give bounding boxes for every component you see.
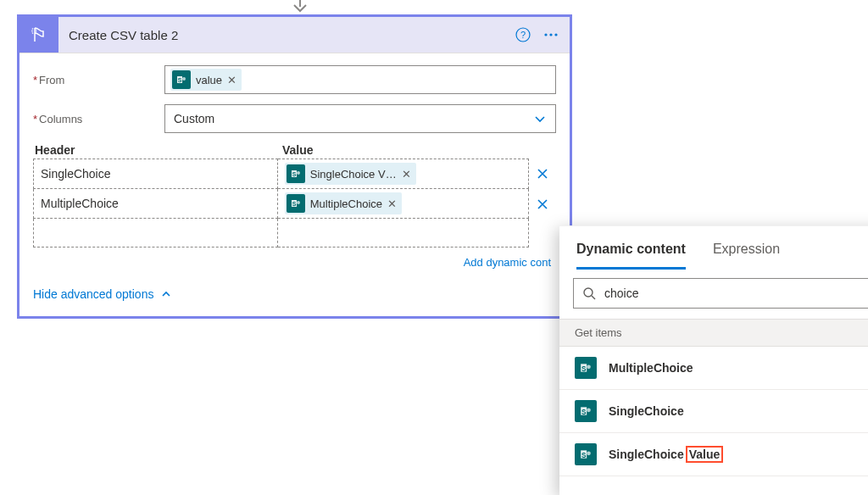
columns-value: Custom	[174, 112, 214, 125]
header-cell[interactable]	[33, 219, 278, 248]
svg-point-25	[587, 452, 591, 456]
svg-point-22	[587, 409, 591, 413]
svg-line-16	[592, 296, 595, 299]
hide-advanced-toggle[interactable]: Hide advanced options	[33, 287, 172, 301]
sharepoint-icon: S	[575, 357, 597, 379]
svg-text:S: S	[581, 452, 587, 459]
dc-item[interactable]: S SingleChoice	[559, 390, 868, 433]
columns-select[interactable]: Custom	[164, 104, 556, 133]
from-input[interactable]: S value ✕	[164, 65, 556, 94]
dc-item-label: MultipleChoice	[609, 361, 693, 375]
svg-point-5	[554, 33, 557, 36]
more-menu-icon[interactable]	[542, 27, 559, 42]
value-token[interactable]: S SingleChoice V… ✕	[285, 163, 416, 185]
tab-dynamic-content[interactable]: Dynamic content	[576, 242, 686, 270]
dc-item-label: SingleChoiceValue	[609, 448, 723, 461]
svg-text:{ }: { }	[31, 27, 37, 34]
sharepoint-icon: S	[172, 70, 191, 89]
columns-label: *Columns	[33, 113, 164, 125]
svg-point-8	[182, 77, 186, 81]
value-cell[interactable]	[278, 219, 530, 248]
dc-item[interactable]: S SingleChoiceValue	[559, 433, 868, 476]
svg-point-15	[584, 288, 593, 297]
svg-point-4	[549, 33, 552, 36]
sharepoint-icon: S	[287, 164, 305, 183]
chevron-up-icon	[160, 288, 172, 300]
delete-row-button	[529, 219, 556, 248]
table-row	[33, 219, 556, 248]
action-card: { } Create CSV table 2 ? *From S value ✕	[17, 14, 572, 319]
dc-search-box[interactable]	[573, 278, 868, 309]
dc-item[interactable]: S MultipleChoice	[559, 347, 868, 390]
token-label: MultipleChoice	[310, 197, 382, 210]
dc-search-input[interactable]	[604, 286, 868, 300]
token-remove-icon[interactable]: ✕	[387, 197, 397, 210]
svg-text:S: S	[292, 201, 296, 207]
dc-tabs: Dynamic content Expression	[559, 226, 868, 270]
value-cell[interactable]: S MultipleChoice ✕	[278, 189, 530, 219]
dynamic-content-panel: Dynamic content Expression Get items S M…	[559, 225, 868, 495]
table-row: MultipleChoice S MultipleChoice ✕	[33, 189, 556, 219]
svg-point-3	[544, 33, 547, 36]
dc-section-header: Get items	[559, 319, 868, 347]
svg-text:?: ?	[520, 30, 526, 40]
token-label: value	[196, 74, 222, 86]
flow-arrow-icon	[291, 0, 309, 14]
columns-row: *Columns Custom	[33, 104, 556, 133]
token-remove-icon[interactable]: ✕	[227, 74, 236, 86]
sharepoint-icon: S	[575, 400, 597, 422]
grid-header-value: Value	[279, 143, 556, 157]
card-title: Create CSV table 2	[58, 28, 515, 42]
svg-point-11	[297, 171, 300, 175]
svg-text:S: S	[581, 409, 587, 416]
svg-point-19	[587, 365, 591, 370]
svg-text:S: S	[581, 365, 587, 373]
token-label: SingleChoice V…	[310, 168, 397, 181]
tab-expression[interactable]: Expression	[713, 242, 780, 270]
token-remove-icon[interactable]: ✕	[402, 168, 411, 181]
from-token[interactable]: S value ✕	[170, 69, 242, 91]
value-cell[interactable]: S SingleChoice V… ✕	[278, 159, 530, 189]
delete-row-button[interactable]	[529, 189, 556, 219]
svg-point-14	[297, 201, 300, 204]
from-row: *From S value ✕	[33, 65, 556, 94]
grid-column-headers: Header Value	[33, 143, 556, 157]
header-cell[interactable]: MultipleChoice	[33, 189, 278, 219]
add-dynamic-content-link[interactable]: Add dynamic cont	[33, 256, 556, 269]
help-icon[interactable]: ?	[515, 27, 531, 42]
sharepoint-icon: S	[575, 443, 597, 465]
card-header[interactable]: { } Create CSV table 2 ?	[19, 17, 570, 53]
highlight-box: Value	[686, 446, 724, 463]
action-type-icon: { }	[19, 17, 58, 53]
grid-header-header: Header	[33, 143, 279, 157]
delete-row-button[interactable]	[529, 159, 556, 189]
dc-item-label: SingleChoice	[609, 404, 684, 418]
from-label: *From	[33, 74, 164, 86]
svg-text:S: S	[178, 77, 182, 83]
sharepoint-icon: S	[287, 194, 305, 213]
value-token[interactable]: S MultipleChoice ✕	[285, 192, 402, 214]
chevron-down-icon	[533, 112, 547, 125]
search-icon	[582, 286, 596, 300]
header-cell[interactable]: SingleChoice	[33, 159, 278, 189]
table-row: SingleChoice S SingleChoice V… ✕	[33, 159, 556, 189]
svg-text:S: S	[292, 171, 296, 177]
